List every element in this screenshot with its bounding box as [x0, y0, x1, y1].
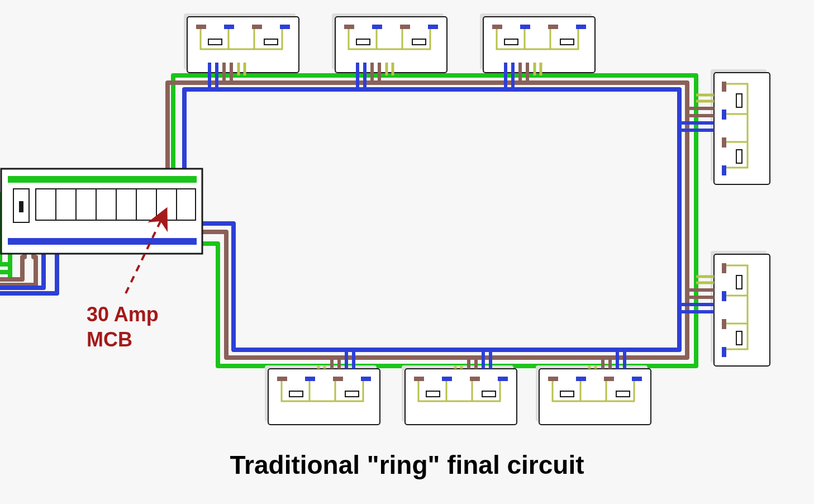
socket-right-1: [679, 69, 770, 184]
mcb-callout: 30 Amp MCB: [87, 302, 159, 352]
svg-rect-19: [19, 201, 23, 212]
consumer-unit: [1, 169, 202, 254]
socket-top-1: [184, 13, 299, 89]
socket-top-3: [480, 13, 595, 89]
callout-line2: MCB: [87, 327, 159, 352]
mcb-row: [36, 189, 196, 220]
diagram-title: Traditional "ring" final circuit: [0, 450, 814, 480]
callout-line1: 30 Amp: [87, 302, 159, 327]
socket-bottom-1: [265, 350, 380, 425]
socket-right-2: [679, 251, 770, 366]
socket-bottom-2: [402, 350, 517, 425]
socket-top-2: [332, 13, 447, 89]
socket-bottom-3: [536, 350, 651, 425]
svg-rect-28: [8, 238, 197, 245]
ring-circuit-diagram: [0, 0, 814, 504]
svg-rect-17: [8, 176, 197, 183]
